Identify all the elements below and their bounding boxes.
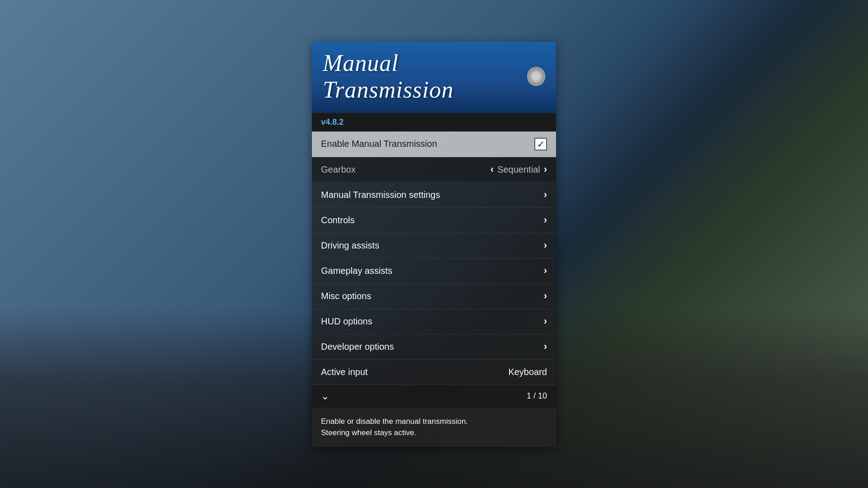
misc-options-right: › (544, 290, 547, 302)
pagination-bar: ⌄ 1 / 10 (312, 385, 556, 408)
gearbox-label: Gearbox (321, 164, 356, 175)
gameplay-assists-item[interactable]: Gameplay assists › (312, 258, 556, 284)
enable-manual-transmission-item[interactable]: Enable Manual Transmission ✓ (312, 131, 556, 157)
enable-checkbox[interactable]: ✓ (534, 138, 547, 150)
version-bar: v4.8.2 (312, 113, 556, 131)
developer-options-item[interactable]: Developer options › (312, 334, 556, 360)
main-panel: Manual Transmission v4.8.2 Enable Manual… (312, 42, 556, 447)
gameplay-assists-chevron-icon: › (544, 265, 547, 277)
gearbox-chevron-left-icon[interactable]: ‹ (491, 164, 494, 175)
hud-options-right: › (544, 315, 547, 327)
driving-assists-label: Driving assists (321, 240, 379, 251)
gear-icon (527, 67, 545, 86)
enable-right: ✓ (534, 138, 547, 150)
enable-label: Enable Manual Transmission (321, 139, 437, 149)
hud-options-label: HUD options (321, 316, 372, 327)
controls-right: › (544, 214, 547, 226)
controls-item[interactable]: Controls › (312, 208, 556, 233)
manual-transmission-settings-item[interactable]: Manual Transmission settings › (312, 183, 556, 208)
driving-assists-item[interactable]: Driving assists › (312, 233, 556, 258)
active-input-right: Keyboard (508, 367, 547, 377)
menu-list: Enable Manual Transmission ✓ Gearbox ‹ S… (312, 131, 556, 385)
gearbox-chevron-right-icon[interactable]: › (544, 164, 547, 175)
gearbox-value: Sequential (497, 164, 540, 175)
manual-transmission-settings-right: › (544, 189, 547, 201)
description-text: Enable or disable the manual transmissio… (321, 416, 547, 439)
developer-options-right: › (544, 341, 547, 352)
gameplay-assists-label: Gameplay assists (321, 266, 392, 276)
version-text: v4.8.2 (321, 117, 344, 127)
pagination-text: 1 / 10 (527, 391, 547, 401)
driving-assists-right: › (544, 239, 547, 251)
controls-label: Controls (321, 215, 354, 225)
controls-chevron-icon: › (544, 214, 547, 226)
manual-transmission-settings-chevron-icon: › (544, 189, 547, 201)
active-input-label: Active input (321, 367, 368, 377)
gameplay-assists-right: › (544, 265, 547, 277)
manual-transmission-settings-label: Manual Transmission settings (321, 190, 440, 200)
gearbox-right: ‹ Sequential › (491, 164, 547, 175)
gearbox-item[interactable]: Gearbox ‹ Sequential › (312, 157, 556, 183)
misc-options-label: Misc options (321, 291, 371, 301)
app-title: Manual Transmission (323, 50, 527, 103)
misc-options-chevron-icon: › (544, 290, 547, 302)
active-input-value: Keyboard (508, 367, 547, 377)
pagination-chevron-down-icon[interactable]: ⌄ (321, 390, 329, 402)
driving-assists-chevron-icon: › (544, 239, 547, 251)
description-bar: Enable or disable the manual transmissio… (312, 408, 556, 447)
active-input-item: Active input Keyboard (312, 360, 556, 385)
misc-options-item[interactable]: Misc options › (312, 284, 556, 309)
developer-options-label: Developer options (321, 342, 394, 352)
hud-options-chevron-icon: › (544, 315, 547, 327)
developer-options-chevron-icon: › (544, 341, 547, 352)
header: Manual Transmission (312, 42, 556, 113)
hud-options-item[interactable]: HUD options › (312, 309, 556, 334)
